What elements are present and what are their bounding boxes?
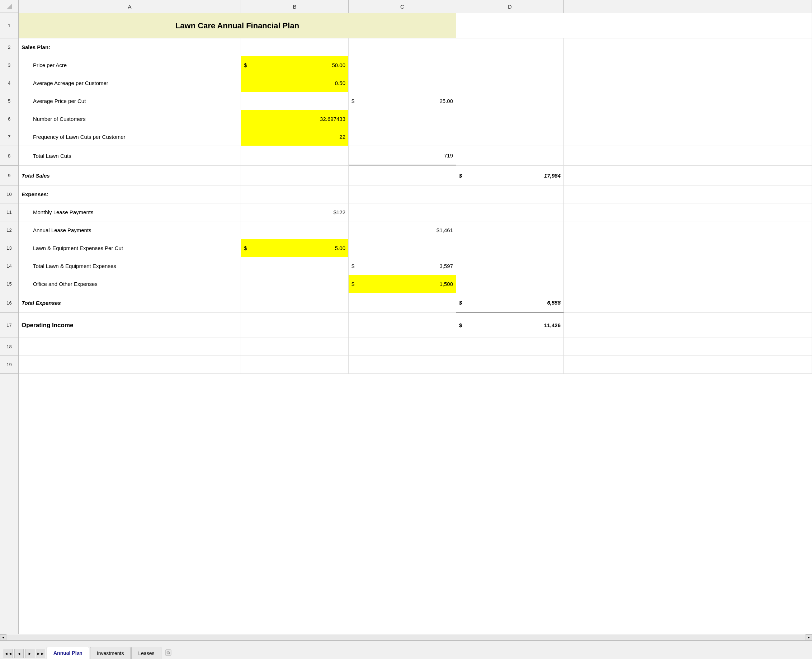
col-header-b[interactable]: B — [241, 0, 349, 13]
cell-r5-a[interactable]: Average Price per Cut — [19, 92, 241, 110]
rownum-11[interactable]: 11 — [0, 203, 18, 221]
cell-r16-a[interactable]: Total Expenses — [19, 293, 241, 312]
cell-r4-d[interactable] — [456, 74, 564, 92]
cell-r8-a[interactable]: Total Lawn Cuts — [19, 146, 241, 166]
rownum-9[interactable]: 9 — [0, 166, 18, 186]
rownum-13[interactable]: 13 — [0, 239, 18, 257]
rownum-19[interactable]: 19 — [0, 356, 18, 374]
rownum-1[interactable]: 1 — [0, 13, 18, 38]
rownum-2[interactable]: 2 — [0, 38, 18, 56]
rownum-8[interactable]: 8 — [0, 146, 18, 166]
cell-r13-b[interactable]: $ 5.00 — [241, 239, 349, 257]
rownum-6[interactable]: 6 — [0, 110, 18, 128]
tab-nav-last[interactable]: ►► — [36, 649, 45, 658]
cell-r6-a[interactable]: Number of Customers — [19, 110, 241, 128]
cell-r5-d[interactable] — [456, 92, 564, 110]
tab-leases[interactable]: Leases — [131, 647, 161, 659]
col-header-c[interactable]: C — [349, 0, 456, 13]
cell-r18-a[interactable] — [19, 338, 241, 356]
cell-r2-c[interactable] — [349, 38, 456, 56]
scroll-track[interactable] — [7, 635, 805, 640]
cell-r3-a[interactable]: Price per Acre — [19, 56, 241, 74]
cell-r3-b[interactable]: $ 50.00 — [241, 56, 349, 74]
cell-r3-d[interactable] — [456, 56, 564, 74]
cell-r2-d[interactable] — [456, 38, 564, 56]
cell-r6-d[interactable] — [456, 110, 564, 128]
cell-r18-c[interactable] — [349, 338, 456, 356]
rownum-18[interactable]: 18 — [0, 338, 18, 356]
cell-r15-d[interactable] — [456, 275, 564, 293]
cell-r10-c[interactable] — [349, 186, 456, 203]
rownum-15[interactable]: 15 — [0, 275, 18, 293]
cell-r11-d[interactable] — [456, 203, 564, 221]
cell-r5-c[interactable]: $ 25.00 — [349, 92, 456, 110]
cell-r12-c[interactable]: $1,461 — [349, 221, 456, 239]
col-header-d[interactable]: D — [456, 0, 564, 13]
cell-r7-c[interactable] — [349, 128, 456, 146]
cell-r14-b[interactable] — [241, 257, 349, 275]
cell-r4-c[interactable] — [349, 74, 456, 92]
rownum-10[interactable]: 10 — [0, 186, 18, 203]
cell-r17-c[interactable] — [349, 313, 456, 337]
cell-r10-d[interactable] — [456, 186, 564, 203]
tab-investments[interactable]: Investments — [90, 647, 131, 659]
cell-r19-c[interactable] — [349, 356, 456, 374]
cell-r5-b[interactable] — [241, 92, 349, 110]
cell-r17-d[interactable]: $ 11,426 — [456, 313, 564, 337]
cell-r11-b[interactable]: $122 — [241, 203, 349, 221]
cell-r18-b[interactable] — [241, 338, 349, 356]
col-header-a[interactable]: A — [19, 0, 241, 13]
rownum-4[interactable]: 4 — [0, 74, 18, 92]
cell-r9-c[interactable] — [349, 166, 456, 185]
cell-r19-a[interactable] — [19, 356, 241, 374]
scroll-left-btn[interactable]: ◄ — [0, 634, 6, 641]
cell-r15-b[interactable] — [241, 275, 349, 293]
cell-r7-b[interactable]: 22 — [241, 128, 349, 146]
tab-nav-next[interactable]: ► — [25, 649, 35, 658]
cell-r6-b[interactable]: 32.697433 — [241, 110, 349, 128]
cell-r17-b[interactable] — [241, 313, 349, 337]
cell-r6-c[interactable] — [349, 110, 456, 128]
cell-r18-d[interactable] — [456, 338, 564, 356]
cell-r11-c[interactable] — [349, 203, 456, 221]
cell-r17-a[interactable]: Operating Income — [19, 313, 241, 337]
cell-r7-a[interactable]: Frequency of Lawn Cuts per Customer — [19, 128, 241, 146]
tab-nav-first[interactable]: ◄◄ — [3, 649, 13, 658]
cell-r15-a[interactable]: Office and Other Expenses — [19, 275, 241, 293]
cell-r10-b[interactable] — [241, 186, 349, 203]
cell-r2-a[interactable]: Sales Plan: — [19, 38, 241, 56]
cell-r12-a[interactable]: Annual Lease Payments — [19, 221, 241, 239]
rownum-16[interactable]: 16 — [0, 293, 18, 313]
cell-r14-c[interactable]: $ 3,597 — [349, 257, 456, 275]
cell-r8-c[interactable]: 719 — [349, 146, 456, 166]
cell-r13-d[interactable] — [456, 239, 564, 257]
cell-r16-b[interactable] — [241, 293, 349, 312]
cell-r16-c[interactable] — [349, 293, 456, 312]
cell-r15-c[interactable]: $ 1,500 — [349, 275, 456, 293]
cell-r9-b[interactable] — [241, 166, 349, 185]
cell-r8-b[interactable] — [241, 146, 349, 166]
rownum-3[interactable]: 3 — [0, 56, 18, 74]
tab-annual-plan[interactable]: Annual Plan — [47, 647, 89, 659]
cell-r2-b[interactable] — [241, 38, 349, 56]
cell-r3-c[interactable] — [349, 56, 456, 74]
cell-r9-d[interactable]: $ 17,984 — [456, 166, 564, 185]
rownum-12[interactable]: 12 — [0, 221, 18, 239]
cell-r7-d[interactable] — [456, 128, 564, 146]
cell-r14-a[interactable]: Total Lawn & Equipment Expenses — [19, 257, 241, 275]
cell-r13-a[interactable]: Lawn & Equipment Expenses Per Cut — [19, 239, 241, 257]
cell-r12-d[interactable] — [456, 221, 564, 239]
tab-add-button[interactable]: ☺ — [164, 648, 173, 658]
rownum-7[interactable]: 7 — [0, 128, 18, 146]
cell-r19-b[interactable] — [241, 356, 349, 374]
cell-r12-b[interactable] — [241, 221, 349, 239]
cell-r13-c[interactable] — [349, 239, 456, 257]
rownum-17[interactable]: 17 — [0, 313, 18, 338]
cell-r16-d[interactable]: $ 6,558 — [456, 293, 564, 312]
cell-r19-d[interactable] — [456, 356, 564, 374]
cell-r4-a[interactable]: Average Acreage per Customer — [19, 74, 241, 92]
cell-r14-d[interactable] — [456, 257, 564, 275]
rownum-5[interactable]: 5 — [0, 92, 18, 110]
cell-r11-a[interactable]: Monthly Lease Payments — [19, 203, 241, 221]
cell-r4-b[interactable]: 0.50 — [241, 74, 349, 92]
